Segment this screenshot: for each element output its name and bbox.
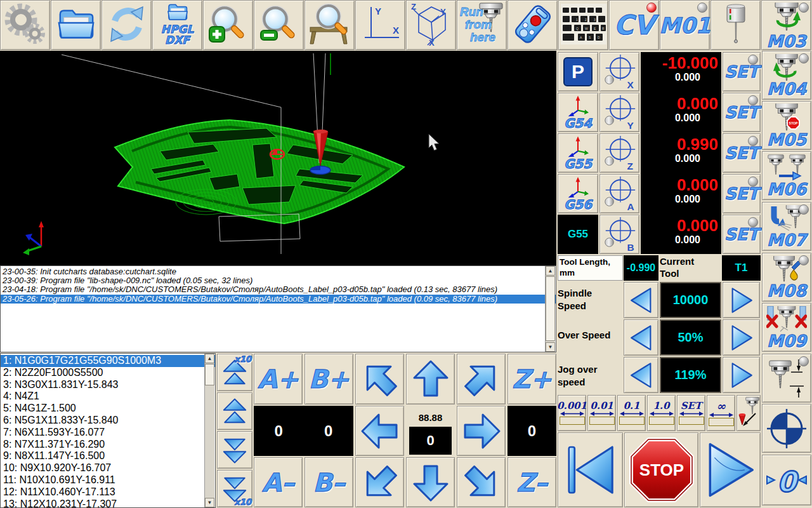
jog-a-plus-button[interactable]: A+ <box>254 354 303 404</box>
stop-button[interactable]: STOP <box>624 432 698 507</box>
step-10-button[interactable]: 1.0 <box>647 395 676 431</box>
view-3d-button[interactable]: Z Y X <box>406 0 456 50</box>
gcode-scroll-thumb[interactable] <box>205 364 214 385</box>
g55-button[interactable]: G55 <box>558 133 598 173</box>
log-line[interactable]: 23-00-39: Program file "lib-shape-009.nc… <box>1 276 556 285</box>
log-scroll-thumb[interactable] <box>546 276 555 341</box>
m09-coolant-off-button[interactable]: M09 <box>762 303 811 352</box>
jog-z-plus-button[interactable]: Z+ <box>508 354 556 404</box>
jog-down-right-button[interactable] <box>457 457 506 507</box>
jog-b-plus-button[interactable]: B+ <box>304 354 353 404</box>
gcode-line[interactable]: 6: N5G1X11.833Y-15.840 <box>1 415 215 427</box>
axis-x-button[interactable]: X <box>599 52 639 91</box>
goto-home-button[interactable] <box>762 404 811 453</box>
log-panel[interactable]: 23-00-35: Init cutcharts database:cutcha… <box>0 265 556 352</box>
m08-flood-coolant-button[interactable]: M08 <box>762 253 811 302</box>
step-0001-button[interactable]: 0.001 <box>558 395 586 431</box>
settings-button[interactable] <box>0 0 50 50</box>
jog-down-button[interactable] <box>406 457 455 507</box>
start-button[interactable] <box>700 432 761 507</box>
gcode-scroll-up[interactable]: ▲ <box>205 354 214 363</box>
jog-step-down-button[interactable] <box>217 431 252 469</box>
log-line[interactable]: 23-04-18: Program file "/home/sk/DNC/CUS… <box>1 285 556 294</box>
step-continuous-button[interactable]: ∞ <box>707 395 735 431</box>
over-speed-down-button[interactable] <box>624 319 658 356</box>
gcode-line[interactable]: 7: N6X11.593Y-16.077 <box>1 427 215 439</box>
gcode-line[interactable]: 1: N1G0G17G21G55G90S1000M3 <box>1 355 215 367</box>
gcode-line[interactable]: 13: N12X10.231Y-17.307 <box>1 498 215 508</box>
axis-a-button[interactable]: A <box>599 174 639 213</box>
jog-z-minus-button[interactable]: Z– <box>508 457 556 507</box>
g56-button[interactable]: G56 <box>558 174 598 213</box>
toolpath-viewport[interactable] <box>0 51 556 265</box>
m03-spindle-cw-button[interactable]: M03 <box>761 0 811 50</box>
jog-up-button[interactable] <box>406 354 455 404</box>
rewind-button[interactable] <box>558 432 623 507</box>
open-file-button[interactable] <box>51 0 101 50</box>
park-button[interactable]: P <box>558 52 598 91</box>
jog-a-minus-button[interactable]: A– <box>254 457 303 507</box>
spindle-speed-down-button[interactable] <box>624 282 658 318</box>
g54-button[interactable]: G54 <box>558 93 598 132</box>
jog-step-up-button[interactable] <box>217 392 252 430</box>
axis-y-button[interactable]: Y <box>599 93 639 132</box>
cv-mode-button[interactable]: CV <box>609 0 659 50</box>
m05-spindle-stop-button[interactable]: STOP M05 <box>762 101 811 150</box>
set-z-button[interactable]: SET <box>723 133 761 173</box>
log-scroll-up[interactable]: ▲ <box>546 266 555 276</box>
axis-b-button[interactable]: B <box>599 215 639 254</box>
pendant-button[interactable] <box>508 0 558 50</box>
gcode-line[interactable]: 9: N8X11.147Y-16.500 <box>1 450 215 462</box>
jog-up-right-button[interactable] <box>457 354 506 404</box>
gcode-list[interactable]: 1: N1G0G17G21G55G90S1000M32: N2Z20F1000S… <box>0 353 216 508</box>
probe-button[interactable] <box>710 0 761 50</box>
set-y-button[interactable]: SET <box>723 93 761 132</box>
gcode-line[interactable]: 4: N4Z1 <box>1 391 215 403</box>
tool-measure-button[interactable] <box>762 354 811 403</box>
set-a-button[interactable]: SET <box>723 174 761 213</box>
gcode-line[interactable]: 8: N7X11.371Y-16.290 <box>1 439 215 451</box>
m07-mist-coolant-button[interactable]: M07 <box>762 202 811 251</box>
keyboard-button[interactable]: 123 QWER ASD <box>558 0 608 50</box>
gcode-line[interactable]: 11: N10X10.691Y-16.911 <box>1 474 215 486</box>
log-scrollbar[interactable]: ▲ ▼ <box>545 266 555 352</box>
zoom-fit-table-button[interactable] <box>304 0 355 50</box>
gcode-scrollbar[interactable]: ▲ ▼ <box>204 354 214 507</box>
log-line[interactable]: 23-00-35: Init cutcharts database:cutcha… <box>1 267 556 276</box>
step-001-button[interactable]: 0.01 <box>587 395 616 431</box>
view-xy-button[interactable]: Y X <box>355 0 405 50</box>
set-x-button[interactable]: SET <box>723 52 761 91</box>
set-b-button[interactable]: SET <box>723 215 761 254</box>
jog-over-speed-up-button[interactable] <box>723 357 760 393</box>
step-01-button[interactable]: 0.1 <box>617 395 646 431</box>
jog-left-button[interactable] <box>355 406 404 456</box>
jog-up-left-button[interactable] <box>355 354 404 404</box>
gcode-line[interactable]: 3: N3G0X11.831Y-15.843 <box>1 379 215 391</box>
zoom-out-button[interactable] <box>254 0 304 50</box>
gcode-line[interactable]: 5: N4G1Z-1.500 <box>1 403 215 415</box>
m06-tool-change-button[interactable]: M06 <box>762 151 811 200</box>
spindle-speed-up-button[interactable] <box>723 282 760 318</box>
over-speed-up-button[interactable] <box>723 319 760 356</box>
gcode-line[interactable]: 10: N9X10.920Y-16.707 <box>1 462 215 474</box>
step-set-button[interactable]: SET <box>677 395 705 431</box>
jog-step-down-x10-button[interactable]: x10 <box>217 470 252 507</box>
axis-z-button[interactable]: Z <box>599 133 639 173</box>
jog-over-speed-down-button[interactable] <box>624 357 658 393</box>
jog-b-minus-button[interactable]: B– <box>304 457 353 507</box>
jog-right-button[interactable] <box>457 406 506 456</box>
gcode-scroll-down[interactable]: ▼ <box>205 498 214 507</box>
zero-axes-button[interactable]: 0 <box>762 455 811 505</box>
goto-position-button[interactable] <box>737 395 761 431</box>
jog-step-up-x10-button[interactable]: x10 <box>217 354 252 391</box>
log-scroll-down[interactable]: ▼ <box>546 342 555 352</box>
reload-button[interactable] <box>102 0 152 50</box>
m01-button[interactable]: M01 <box>660 0 710 50</box>
gcode-line[interactable]: 12: N11X10.460Y-17.113 <box>1 486 215 498</box>
run-from-here-button[interactable]: Run from here <box>457 0 507 50</box>
m04-spindle-ccw-button[interactable]: M04 <box>762 51 811 100</box>
zoom-in-button[interactable] <box>203 0 253 50</box>
import-hpgl-dxf-button[interactable]: HPGL DXF <box>152 0 202 50</box>
log-line[interactable]: 23-05-26: Program file "/home/sk/DNC/CUS… <box>1 295 556 304</box>
gcode-line[interactable]: 2: N2Z20F1000S5500 <box>1 367 215 379</box>
